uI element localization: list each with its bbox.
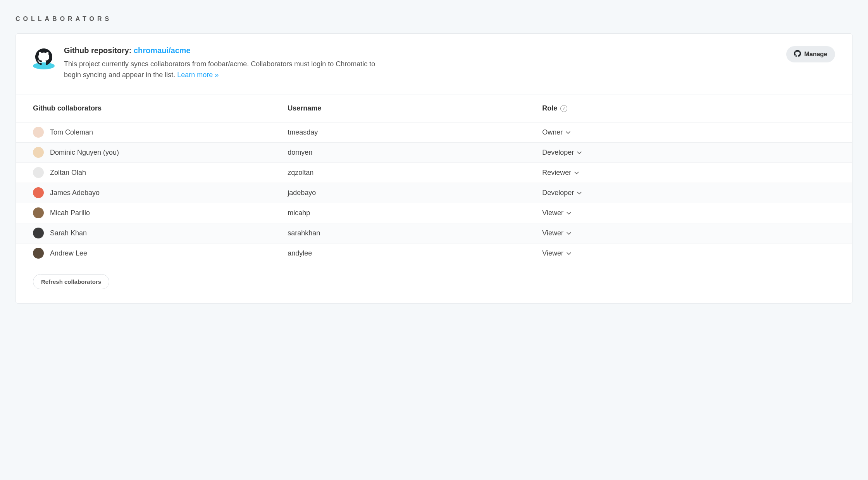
- collaborator-name: Dominic Nguyen (you): [50, 148, 119, 157]
- role-value: Viewer: [542, 249, 563, 257]
- avatar: [33, 167, 44, 178]
- cell-username: domyen: [288, 148, 542, 157]
- cell-name: Tom Coleman: [33, 127, 288, 138]
- chevron-down-icon: [577, 191, 581, 195]
- title-prefix: Github repository:: [64, 46, 134, 55]
- role-select[interactable]: Reviewer: [542, 169, 578, 177]
- chevron-down-icon: [567, 231, 570, 235]
- collaborator-name: Zoltan Olah: [50, 169, 86, 177]
- avatar: [33, 207, 44, 218]
- collaborator-name: Micah Parillo: [50, 209, 90, 217]
- role-select[interactable]: Viewer: [542, 249, 570, 257]
- avatar: [33, 127, 44, 138]
- column-header-name: Github collaborators: [33, 104, 288, 112]
- role-value: Developer: [542, 148, 574, 157]
- cell-username: tmeasday: [288, 128, 542, 136]
- role-select[interactable]: Owner: [542, 128, 570, 136]
- table-row: Zoltan OlahzqzoltanReviewer: [16, 162, 852, 183]
- cell-username: micahp: [288, 209, 542, 217]
- role-value: Viewer: [542, 229, 563, 237]
- card-header: Github repository: chromaui/acme This pr…: [16, 34, 852, 95]
- header-description: This project currently syncs collaborato…: [64, 59, 389, 81]
- table-row: Andrew LeeandyleeViewer: [16, 243, 852, 263]
- table-row: Tom ColemantmeasdayOwner: [16, 122, 852, 142]
- role-value: Reviewer: [542, 169, 571, 177]
- table-header: Github collaborators Username Role i: [16, 95, 852, 122]
- cell-name: Andrew Lee: [33, 248, 288, 259]
- github-octocat-icon: [33, 46, 55, 68]
- section-title: Collaborators: [16, 16, 852, 22]
- role-select[interactable]: Viewer: [542, 209, 570, 217]
- role-label: Role: [542, 104, 557, 112]
- cell-name: James Adebayo: [33, 187, 288, 198]
- manage-button-label: Manage: [804, 51, 827, 58]
- learn-more-link[interactable]: Learn more »: [177, 71, 219, 79]
- collaborator-name: Tom Coleman: [50, 128, 93, 136]
- description-text: This project currently syncs collaborato…: [64, 60, 375, 79]
- collaborator-name: Sarah Khan: [50, 229, 87, 237]
- manage-button[interactable]: Manage: [786, 46, 835, 62]
- collaborators-card: Github repository: chromaui/acme This pr…: [16, 33, 852, 304]
- role-value: Viewer: [542, 209, 563, 217]
- column-header-username: Username: [288, 104, 542, 112]
- collaborator-name: Andrew Lee: [50, 249, 87, 257]
- info-icon[interactable]: i: [560, 105, 567, 112]
- role-value: Owner: [542, 128, 563, 136]
- cell-name: Dominic Nguyen (you): [33, 147, 288, 158]
- cell-username: andylee: [288, 249, 542, 257]
- cell-username: jadebayo: [288, 189, 542, 197]
- avatar: [33, 248, 44, 259]
- header-title: Github repository: chromaui/acme: [64, 46, 777, 55]
- chevron-down-icon: [574, 171, 578, 174]
- cell-username: sarahkhan: [288, 229, 542, 237]
- table-row: Micah ParillomicahpViewer: [16, 203, 852, 223]
- chevron-down-icon: [577, 150, 581, 154]
- cell-name: Zoltan Olah: [33, 167, 288, 178]
- role-value: Developer: [542, 189, 574, 197]
- avatar: [33, 187, 44, 198]
- chevron-down-icon: [567, 211, 570, 215]
- repo-link[interactable]: chromaui/acme: [134, 46, 191, 55]
- table-row: Dominic Nguyen (you)domyenDeveloper: [16, 142, 852, 162]
- collaborators-table: Github collaborators Username Role i Tom…: [16, 95, 852, 263]
- column-header-role: Role i: [542, 104, 835, 112]
- role-select[interactable]: Developer: [542, 189, 581, 197]
- chevron-down-icon: [566, 130, 570, 134]
- avatar: [33, 147, 44, 158]
- table-row: James AdebayojadebayoDeveloper: [16, 183, 852, 203]
- cell-name: Sarah Khan: [33, 228, 288, 238]
- role-select[interactable]: Developer: [542, 148, 581, 157]
- avatar: [33, 228, 44, 238]
- cell-username: zqzoltan: [288, 169, 542, 177]
- collaborator-name: James Adebayo: [50, 189, 100, 197]
- github-icon: [794, 50, 801, 59]
- chevron-down-icon: [567, 251, 570, 255]
- refresh-collaborators-button[interactable]: Refresh collaborators: [33, 274, 109, 289]
- role-select[interactable]: Viewer: [542, 229, 570, 237]
- card-footer: Refresh collaborators: [16, 263, 852, 303]
- cell-name: Micah Parillo: [33, 207, 288, 218]
- table-row: Sarah KhansarahkhanViewer: [16, 223, 852, 243]
- header-text: Github repository: chromaui/acme This pr…: [64, 46, 777, 81]
